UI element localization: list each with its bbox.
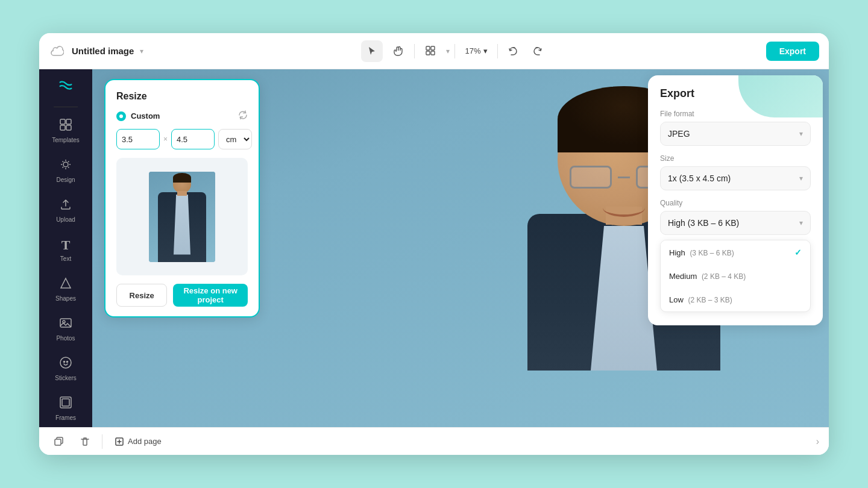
sidebar-item-design[interactable]: Design [45, 152, 87, 189]
svg-point-8 [63, 162, 68, 167]
sidebar-item-upload[interactable]: Upload [45, 192, 87, 229]
sidebar-item-stickers[interactable]: Stickers [45, 350, 87, 387]
shapes-label: Shapes [55, 295, 76, 302]
refresh-icon[interactable] [238, 110, 248, 122]
resize-panel: Resize Custom [104, 79, 260, 318]
cursor-tool-button[interactable] [361, 40, 383, 62]
design-icon [59, 158, 72, 174]
header-divider-2 [454, 44, 455, 58]
bottom-right-arrow[interactable]: › [816, 436, 819, 447]
width-input[interactable] [116, 129, 160, 149]
stickers-icon [59, 356, 72, 372]
sidebar: Templates Design Uploa [39, 69, 92, 427]
resize-preview [116, 158, 248, 275]
photos-label: Photos [56, 335, 75, 342]
custom-radio-button[interactable] [116, 111, 126, 121]
size-label: Size [660, 154, 811, 163]
resize-button[interactable]: Resize [116, 284, 167, 307]
header-divider-3 [497, 44, 498, 58]
add-page-label: Add page [128, 437, 162, 446]
title-dropdown-arrow[interactable]: ▾ [140, 47, 143, 55]
file-format-label: File format [660, 110, 811, 118]
quality-dropdown-menu: High (3 KB – 6 KB) ✓ Medium (2 KB – 4 KB… [660, 240, 811, 312]
svg-rect-2 [426, 51, 430, 55]
sidebar-item-frames[interactable]: Frames [45, 390, 87, 427]
unit-select[interactable]: cm in px [218, 129, 252, 149]
resize-custom-option[interactable]: Custom [116, 110, 248, 122]
zoom-value: 17% [465, 46, 480, 55]
sidebar-item-text[interactable]: T Text [45, 231, 87, 268]
svg-rect-4 [60, 119, 65, 124]
undo-button[interactable] [503, 40, 524, 62]
upload-label: Upload [56, 216, 75, 223]
file-format-value: JPEG [668, 129, 690, 139]
app-body: Templates Design Uploa [39, 69, 829, 427]
resize-preview-image [149, 172, 215, 262]
header-divider-1 [414, 44, 415, 58]
quality-option-low[interactable]: Low (2 KB – 3 KB) [661, 288, 810, 311]
bottom-bar: Add page › [39, 427, 829, 455]
svg-point-12 [60, 357, 71, 368]
svg-point-14 [67, 361, 68, 363]
app-window: Untitled image ▾ [39, 33, 829, 455]
resize-dimensions-inputs: × cm in px [116, 129, 248, 149]
dimension-separator: × [163, 135, 168, 143]
file-format-select[interactable]: JPEG ▾ [660, 122, 811, 146]
quality-low-text: Low (2 KB – 3 KB) [669, 295, 732, 304]
svg-rect-6 [60, 125, 65, 130]
upload-icon [59, 198, 72, 214]
svg-rect-1 [431, 46, 435, 50]
text-label: Text [60, 255, 71, 262]
quality-label: Quality [660, 199, 811, 207]
height-input[interactable] [171, 129, 215, 149]
size-select[interactable]: 1x (3.5 x 4.5 cm) ▾ [660, 166, 811, 190]
app-logo [54, 75, 78, 97]
sidebar-item-shapes[interactable]: Shapes [45, 271, 87, 308]
templates-label: Templates [52, 137, 80, 143]
duplicate-page-button[interactable] [49, 432, 68, 451]
file-format-dropdown-arrow: ▾ [799, 130, 803, 138]
hand-tool-button[interactable] [388, 40, 409, 62]
frames-label: Frames [55, 414, 76, 421]
export-panel: Export File format JPEG ▾ Size 1x (3.5 x… [648, 75, 823, 325]
photos-icon [59, 316, 72, 333]
quality-high-text: High (3 KB – 6 KB) [669, 248, 734, 257]
quality-high-check: ✓ [794, 248, 802, 257]
size-dropdown-arrow: ▾ [799, 174, 803, 183]
export-panel-title: Export [660, 87, 811, 100]
sidebar-item-templates[interactable]: Templates [45, 112, 87, 149]
header-center: ▾ 17% ▾ [151, 40, 758, 62]
resize-actions: Resize Resize on new project [116, 284, 248, 307]
quality-option-medium[interactable]: Medium (2 KB – 4 KB) [661, 264, 810, 288]
svg-rect-16 [62, 399, 69, 406]
quality-selected-value: High (3 KB – 6 KB) [668, 218, 739, 228]
redo-button[interactable] [527, 40, 549, 62]
svg-rect-7 [66, 125, 71, 130]
cloud-icon [49, 43, 66, 60]
add-page-button[interactable]: Add page [110, 434, 166, 449]
main-canvas-area: Resize Custom [92, 69, 829, 427]
svg-rect-5 [66, 119, 71, 124]
svg-marker-9 [61, 278, 71, 288]
shapes-icon [59, 277, 72, 293]
header: Untitled image ▾ [39, 33, 829, 69]
delete-page-button[interactable] [75, 432, 95, 451]
svg-rect-0 [426, 46, 430, 50]
quality-option-high[interactable]: High (3 KB – 6 KB) ✓ [661, 240, 810, 264]
zoom-dropdown-arrow: ▾ [483, 46, 488, 55]
undo-redo-group [503, 40, 549, 62]
sidebar-item-photos[interactable]: Photos [45, 310, 87, 348]
size-value: 1x (3.5 x 4.5 cm) [668, 174, 731, 183]
svg-point-13 [64, 361, 65, 363]
layout-dropdown-arrow[interactable]: ▾ [446, 47, 450, 55]
quality-select[interactable]: High (3 KB – 6 KB) ▾ [660, 211, 811, 235]
svg-rect-17 [55, 439, 61, 445]
sidebar-divider [54, 107, 78, 107]
layout-button[interactable] [420, 40, 441, 62]
zoom-control[interactable]: 17% ▾ [460, 44, 492, 58]
export-button[interactable]: Export [766, 42, 819, 61]
project-title: Untitled image [72, 46, 134, 56]
header-right: Export [766, 42, 819, 61]
resize-on-new-project-button[interactable]: Resize on new project [173, 284, 248, 307]
quality-dropdown-arrow: ▾ [799, 219, 803, 227]
